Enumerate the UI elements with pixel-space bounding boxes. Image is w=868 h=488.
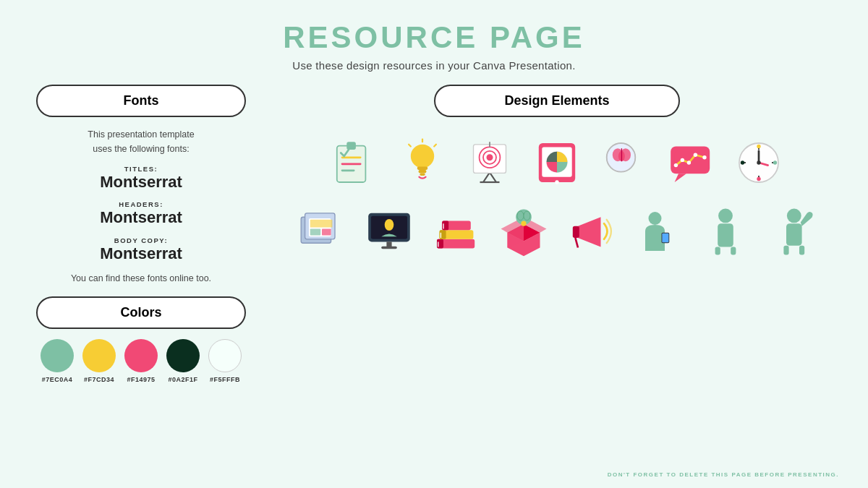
icons-row-1: [275, 132, 839, 193]
svg-rect-8: [420, 173, 425, 176]
color-hex-dark: #0A2F1F: [168, 376, 197, 383]
font-name-titles: Montserrat: [100, 173, 182, 192]
svg-rect-81: [662, 233, 668, 242]
fonts-description: This presentation template uses the foll…: [88, 127, 194, 156]
svg-line-10: [409, 144, 411, 146]
fonts-find-text: You can find these fonts online too.: [71, 273, 211, 283]
color-circle-teal: [41, 339, 74, 372]
color-circle-yellow: [82, 339, 116, 372]
font-label-body: BODY COPY:: [100, 236, 182, 244]
svg-rect-89: [799, 245, 804, 254]
color-hex-light: #F5FFFB: [210, 376, 240, 383]
svg-point-76: [521, 221, 526, 226]
font-entry-body: BODY COPY: Montserrat: [100, 236, 182, 263]
color-swatch-1: #7EC0A4: [41, 339, 74, 383]
svg-rect-57: [322, 228, 331, 235]
svg-rect-84: [715, 247, 720, 254]
svg-rect-88: [783, 245, 788, 254]
design-elements-box: Design Elements: [434, 85, 680, 117]
svg-point-79: [648, 212, 661, 225]
svg-line-11: [434, 144, 436, 146]
color-swatch-5: #F5FFFB: [208, 339, 242, 383]
page-title: RESOURCE PAGE: [0, 0, 868, 55]
svg-rect-55: [310, 219, 332, 227]
color-swatch-3: #F14975: [124, 339, 158, 383]
books-icon: [425, 200, 487, 262]
left-panel: Fonts This presentation template uses th…: [29, 85, 253, 383]
svg-point-18: [487, 154, 493, 160]
svg-rect-1: [346, 142, 356, 150]
monitor-icon: [358, 200, 420, 262]
svg-point-35: [681, 158, 684, 161]
person1-icon: [627, 200, 689, 262]
design-elements-label: Design Elements: [504, 93, 609, 108]
color-circle-light: [208, 339, 242, 372]
svg-rect-83: [718, 223, 733, 247]
chat-graph-icon: [661, 132, 723, 193]
font-label-headers: HEADERS:: [100, 200, 182, 208]
colors-section-box: Colors: [36, 296, 246, 329]
svg-rect-6: [417, 166, 427, 170]
color-hex-teal: #7EC0A4: [42, 376, 73, 383]
font-label-titles: TITLES:: [100, 165, 182, 173]
svg-point-50: [757, 176, 760, 180]
svg-point-48: [757, 144, 760, 147]
font-entry-titles: TITLES: Montserrat: [100, 165, 182, 192]
svg-point-38: [702, 155, 706, 159]
svg-point-74: [517, 211, 524, 221]
footer-note: DON'T FORGET TO DELETE THIS PAGE BEFORE …: [608, 471, 839, 478]
svg-point-34: [674, 163, 678, 166]
magnify-brain-icon: [594, 132, 655, 193]
svg-marker-32: [675, 174, 686, 182]
person2-icon: [694, 200, 756, 262]
svg-rect-7: [419, 169, 427, 173]
icons-row-2: [275, 200, 839, 262]
color-circle-pink: [124, 339, 158, 372]
svg-rect-85: [731, 247, 736, 254]
clock-icon: [728, 132, 790, 193]
colors-section: Colors #7EC0A4 #F7CD34 #F14975 #0A2F1F: [29, 296, 253, 383]
color-hex-yellow: #F7CD34: [84, 376, 114, 383]
page-subtitle: Use these design resources in your Canva…: [0, 59, 868, 72]
svg-line-13: [490, 172, 496, 182]
font-name-headers: Montserrat: [100, 208, 182, 227]
svg-point-49: [773, 160, 777, 164]
svg-rect-63: [381, 246, 397, 249]
svg-line-12: [483, 172, 490, 182]
main-content: Fonts This presentation template uses th…: [0, 85, 868, 383]
images-icon: [291, 200, 352, 262]
svg-point-75: [524, 211, 530, 221]
svg-rect-56: [310, 228, 320, 235]
svg-point-47: [757, 160, 760, 164]
svg-point-36: [687, 160, 691, 164]
icons-grid: [275, 132, 839, 262]
color-swatch-2: #F7CD34: [82, 339, 116, 383]
tablet-chart-icon: [527, 132, 588, 193]
svg-point-37: [694, 153, 697, 156]
svg-rect-87: [786, 223, 802, 246]
right-panel: Design Elements: [275, 85, 839, 383]
svg-point-5: [411, 144, 434, 167]
svg-rect-62: [386, 241, 391, 247]
clipboard-icon: [325, 132, 386, 193]
megaphone-icon: [560, 200, 621, 262]
box-idea-icon: [493, 200, 554, 262]
svg-rect-77: [572, 226, 579, 237]
svg-point-61: [384, 218, 393, 230]
person3-icon: [762, 200, 823, 262]
target-icon: [459, 132, 521, 193]
fonts-label: Fonts: [124, 93, 159, 108]
font-entry-headers: HEADERS: Montserrat: [100, 200, 182, 227]
color-hex-pink: #F14975: [127, 376, 155, 383]
font-name-body: Montserrat: [100, 244, 182, 263]
color-circle-dark: [166, 339, 200, 372]
fonts-section-box: Fonts: [36, 85, 246, 117]
svg-point-23: [555, 180, 558, 184]
lightbulb-icon: [392, 132, 454, 193]
svg-point-82: [718, 208, 733, 223]
svg-line-78: [575, 238, 578, 248]
color-swatches: #7EC0A4 #F7CD34 #F14975 #0A2F1F #F5FFFB: [41, 339, 242, 383]
svg-point-51: [741, 160, 744, 164]
color-swatch-4: #0A2F1F: [166, 339, 200, 383]
svg-point-86: [786, 208, 801, 223]
